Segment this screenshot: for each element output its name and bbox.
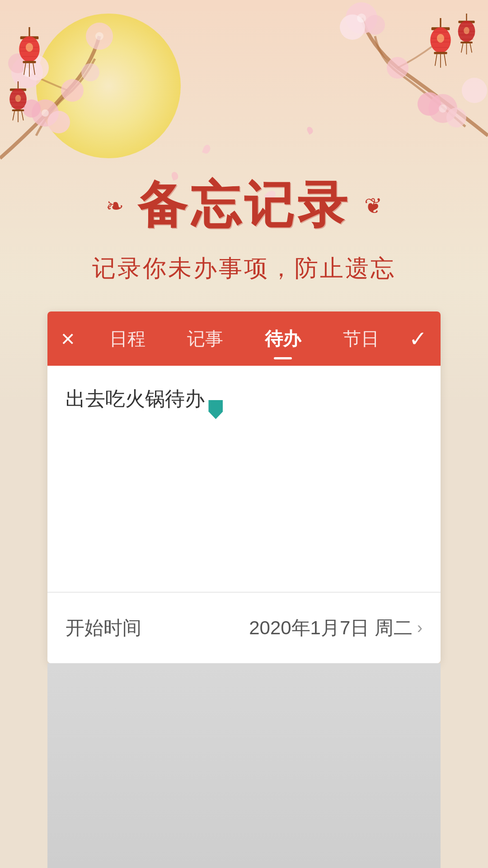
date-text: 2020年1月7日 周二 xyxy=(249,615,413,641)
chevron-right-icon: › xyxy=(417,618,422,637)
cursor-icon xyxy=(208,400,223,419)
right-ornament-icon: ❦ xyxy=(364,193,382,218)
tab-schedule[interactable]: 日程 xyxy=(103,322,152,356)
tab-festival[interactable]: 节日 xyxy=(336,322,386,356)
tab-items: 日程 记事 待办 节日 xyxy=(88,322,400,356)
tab-bar: × 日程 记事 待办 节日 ✓ xyxy=(47,311,441,366)
tab-todo[interactable]: 待办 xyxy=(258,322,308,356)
bottom-panel xyxy=(47,663,441,868)
left-ornament-icon: ❧ xyxy=(106,193,124,218)
date-row[interactable]: 开始时间 2020年1月7日 周二 › xyxy=(47,593,441,663)
main-title: 备忘记录 xyxy=(128,172,360,239)
confirm-button[interactable]: ✓ xyxy=(409,326,427,351)
date-value-button[interactable]: 2020年1月7日 周二 › xyxy=(249,615,422,641)
note-text: 出去吃火锅待办 xyxy=(66,387,205,410)
title-area: ❧ 备忘记录 ❦ xyxy=(0,172,488,239)
note-card: × 日程 记事 待办 节日 ✓ 出去吃火锅待办 开始时间 2020年1月7日 周… xyxy=(47,311,441,663)
note-input-area[interactable]: 出去吃火锅待办 xyxy=(47,366,441,592)
subtitle: 记录你未办事项，防止遗忘 xyxy=(92,253,396,284)
tab-notes[interactable]: 记事 xyxy=(180,322,230,356)
close-button[interactable]: × xyxy=(61,327,75,350)
date-label: 开始时间 xyxy=(66,615,141,641)
text-cursor xyxy=(206,399,223,419)
